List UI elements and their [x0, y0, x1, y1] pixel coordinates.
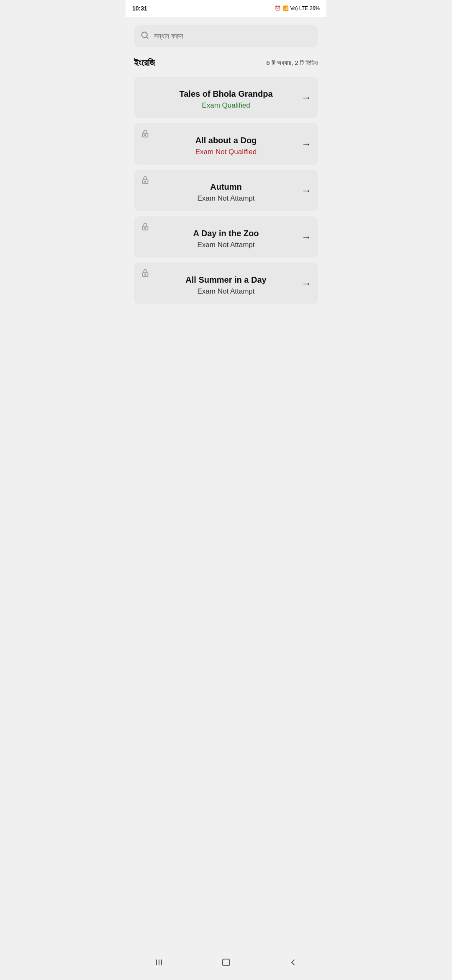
svg-point-9 — [145, 274, 146, 275]
status-time: 10:31 — [132, 5, 147, 12]
chapter-title: Autumn — [210, 182, 242, 192]
wifi-icon: 📶 — [282, 5, 289, 11]
main-content: ইংরেজি 6 টি অধ্যায়, 2 টি ভিডিও Tales of… — [126, 17, 326, 346]
chapter-title: All Summer in a Day — [185, 275, 266, 285]
arrow-icon: → — [301, 231, 311, 243]
menu-icon[interactable] — [154, 957, 164, 970]
lock-icon — [141, 129, 150, 141]
section-header: ইংরেজি 6 টি অধ্যায়, 2 টি ভিডিও — [134, 57, 318, 68]
lock-icon — [141, 222, 150, 234]
chapter-status: Exam Not Qualified — [195, 148, 257, 156]
svg-point-3 — [145, 134, 146, 136]
svg-point-7 — [145, 227, 146, 229]
arrow-icon: → — [301, 92, 311, 103]
home-icon[interactable] — [221, 957, 231, 970]
chapter-status: Exam Not Attampt — [198, 194, 255, 203]
search-input[interactable] — [154, 32, 311, 41]
chapter-title: Tales of Bhola Grandpa — [180, 89, 273, 99]
chapter-card[interactable]: Autumn Exam Not Attampt → — [134, 170, 318, 211]
arrow-icon: → — [301, 278, 311, 289]
svg-line-1 — [146, 37, 148, 39]
chapters-list: Tales of Bhola Grandpa Exam Qualified → … — [134, 77, 318, 312]
chapter-card[interactable]: All about a Dog Exam Not Qualified → — [134, 123, 318, 165]
status-bar: 10:31 ⏰ 📶 Vo) LTE 26% — [126, 0, 326, 17]
arrow-icon: → — [301, 185, 311, 196]
search-bar[interactable] — [134, 25, 318, 47]
svg-point-5 — [145, 181, 146, 182]
battery-icon: 26% — [310, 5, 320, 11]
section-subtitle: 6 টি অধ্যায়, 2 টি ভিডিও — [266, 59, 318, 67]
chapter-card[interactable]: Tales of Bhola Grandpa Exam Qualified → — [134, 77, 318, 118]
chapter-card[interactable]: All Summer in a Day Exam Not Attampt → — [134, 263, 318, 304]
status-icons: ⏰ 📶 Vo) LTE 26% — [275, 5, 320, 11]
bottom-nav — [126, 951, 326, 980]
chapter-status: Exam Not Attampt — [198, 287, 255, 296]
search-icon — [141, 31, 149, 41]
svg-rect-13 — [223, 959, 229, 966]
chapter-status: Exam Not Attampt — [198, 241, 255, 249]
chapter-card[interactable]: A Day in the Zoo Exam Not Attampt → — [134, 216, 318, 258]
section-title: ইংরেজি — [134, 57, 155, 68]
back-icon[interactable] — [288, 957, 298, 970]
signal-icon: Vo) LTE — [290, 5, 308, 11]
alarm-icon: ⏰ — [275, 5, 281, 11]
lock-icon — [141, 268, 150, 280]
chapter-title: All about a Dog — [195, 136, 257, 145]
chapter-status: Exam Qualified — [202, 101, 250, 110]
chapter-title: A Day in the Zoo — [193, 229, 259, 238]
lock-icon — [141, 175, 150, 187]
arrow-icon: → — [301, 138, 311, 150]
